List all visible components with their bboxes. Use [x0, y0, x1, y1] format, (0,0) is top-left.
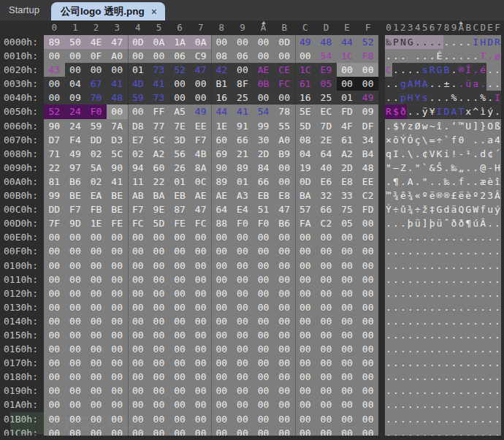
- hex-byte[interactable]: B6: [65, 175, 86, 189]
- hex-byte[interactable]: 89: [232, 161, 253, 175]
- hex-byte[interactable]: 04: [65, 77, 86, 91]
- ascii-char[interactable]: .: [465, 175, 472, 189]
- ascii-char[interactable]: .: [407, 398, 414, 411]
- ascii-char[interactable]: .: [457, 342, 465, 356]
- hex-byte[interactable]: 00: [148, 300, 169, 314]
- ascii-char[interactable]: º: [421, 189, 429, 202]
- hex-byte[interactable]: 22: [148, 175, 169, 189]
- hex-byte[interactable]: FD: [337, 105, 358, 118]
- hex-byte[interactable]: 00: [65, 356, 86, 370]
- ascii-char[interactable]: R: [494, 35, 501, 49]
- hex-byte[interactable]: 69: [211, 147, 232, 161]
- hex-byte[interactable]: 66: [253, 175, 274, 189]
- hex-byte[interactable]: 00: [357, 412, 378, 426]
- ascii-char[interactable]: [465, 133, 472, 147]
- hex-byte[interactable]: 00: [316, 356, 337, 370]
- hex-byte[interactable]: 00: [253, 300, 274, 314]
- hex-byte[interactable]: 52: [169, 63, 191, 77]
- ascii-char[interactable]: ç: [414, 133, 421, 147]
- ascii-char[interactable]: .: [450, 49, 457, 63]
- hex-byte[interactable]: 00: [316, 370, 337, 384]
- hex-byte[interactable]: 00: [357, 356, 378, 370]
- hex-byte[interactable]: 00: [337, 412, 358, 426]
- ascii-char[interactable]: d: [479, 147, 486, 161]
- ascii-char[interactable]: .: [486, 342, 494, 356]
- hex-byte[interactable]: 48: [107, 91, 128, 105]
- ascii-char[interactable]: G: [407, 35, 414, 49]
- hex-byte[interactable]: CE: [274, 63, 295, 77]
- hex-byte[interactable]: 09: [357, 105, 378, 118]
- hex-byte[interactable]: 60: [148, 161, 169, 175]
- hex-byte[interactable]: 00: [357, 384, 378, 398]
- hex-byte[interactable]: 00: [316, 287, 337, 300]
- ascii-char[interactable]: .: [400, 412, 407, 426]
- hex-byte[interactable]: 5C: [148, 133, 169, 147]
- ascii-char[interactable]: M: [414, 77, 421, 91]
- hex-byte[interactable]: 89: [211, 175, 232, 189]
- hex-byte[interactable]: 00: [316, 273, 337, 287]
- hex-byte[interactable]: 00: [44, 230, 65, 244]
- ascii-char[interactable]: B: [443, 63, 451, 77]
- hex-byte[interactable]: 00: [295, 259, 316, 273]
- ascii-char[interactable]: .: [457, 300, 465, 314]
- hex-byte[interactable]: 5A: [85, 161, 107, 175]
- hex-byte[interactable]: 00: [85, 230, 107, 244]
- ascii-char[interactable]: A: [407, 77, 414, 91]
- hex-byte[interactable]: 2D: [253, 147, 274, 161]
- hex-byte[interactable]: 00: [295, 230, 316, 244]
- hex-byte[interactable]: B6: [274, 216, 295, 230]
- ascii-char[interactable]: ‡: [429, 202, 436, 216]
- hex-byte[interactable]: 00: [169, 412, 191, 426]
- ascii-char[interactable]: .: [486, 412, 494, 426]
- ascii-char[interactable]: }: [479, 119, 486, 133]
- ascii-char[interactable]: .: [407, 63, 414, 77]
- ascii-char[interactable]: .: [385, 370, 392, 384]
- hex-byte[interactable]: 00: [65, 49, 86, 63]
- ascii-char[interactable]: N: [400, 35, 407, 49]
- ascii-char[interactable]: ®: [436, 189, 443, 202]
- hex-byte[interactable]: 3D: [169, 133, 191, 147]
- ascii-char[interactable]: .: [486, 91, 494, 105]
- ascii-char[interactable]: 3: [486, 189, 494, 202]
- hex-byte[interactable]: 00: [357, 244, 378, 258]
- ascii-char[interactable]: %: [450, 91, 457, 105]
- hex-byte[interactable]: 00: [253, 384, 274, 398]
- hex-byte[interactable]: 97: [65, 161, 86, 175]
- ascii-char[interactable]: .: [392, 412, 400, 426]
- ascii-char[interactable]: ¢: [486, 147, 494, 161]
- ascii-char[interactable]: «: [414, 189, 421, 202]
- hex-byte[interactable]: 00: [232, 370, 253, 384]
- hex-byte[interactable]: 00: [211, 230, 232, 244]
- ascii-char[interactable]: .: [436, 370, 443, 384]
- hex-byte[interactable]: 4F: [337, 119, 358, 133]
- ascii-char[interactable]: .: [414, 105, 421, 118]
- ascii-char[interactable]: f: [479, 202, 486, 216]
- hex-byte[interactable]: 00: [357, 398, 378, 411]
- hex-byte[interactable]: 00: [190, 244, 211, 258]
- ascii-char[interactable]: .: [436, 77, 443, 91]
- hex-byte[interactable]: 00: [169, 273, 191, 287]
- ascii-char[interactable]: .: [421, 273, 429, 287]
- hex-byte[interactable]: 00: [190, 370, 211, 384]
- hex-byte[interactable]: E8: [274, 189, 295, 202]
- ascii-char[interactable]: ®: [443, 189, 451, 202]
- hex-byte[interactable]: E6: [316, 175, 337, 189]
- ascii-char[interactable]: .: [457, 384, 465, 398]
- ascii-char[interactable]: Š: [436, 161, 443, 175]
- hex-byte[interactable]: 00: [169, 259, 191, 273]
- hex-byte[interactable]: 5C: [107, 147, 128, 161]
- ascii-char[interactable]: .: [443, 328, 451, 342]
- hex-byte[interactable]: D8: [128, 119, 149, 133]
- hex-byte[interactable]: 02: [85, 147, 107, 161]
- hex-byte[interactable]: D7: [44, 133, 65, 147]
- ascii-char[interactable]: $: [392, 105, 400, 118]
- ascii-char[interactable]: .: [472, 342, 479, 356]
- ascii-char[interactable]: .: [465, 161, 472, 175]
- hex-byte[interactable]: 00: [148, 370, 169, 384]
- hex-byte[interactable]: 47: [107, 35, 128, 49]
- hex-byte[interactable]: 60: [211, 133, 232, 147]
- hex-byte[interactable]: 00: [107, 398, 128, 411]
- hex-byte[interactable]: 67: [85, 77, 107, 91]
- hex-byte[interactable]: 00: [169, 91, 191, 105]
- ascii-char[interactable]: .: [443, 119, 451, 133]
